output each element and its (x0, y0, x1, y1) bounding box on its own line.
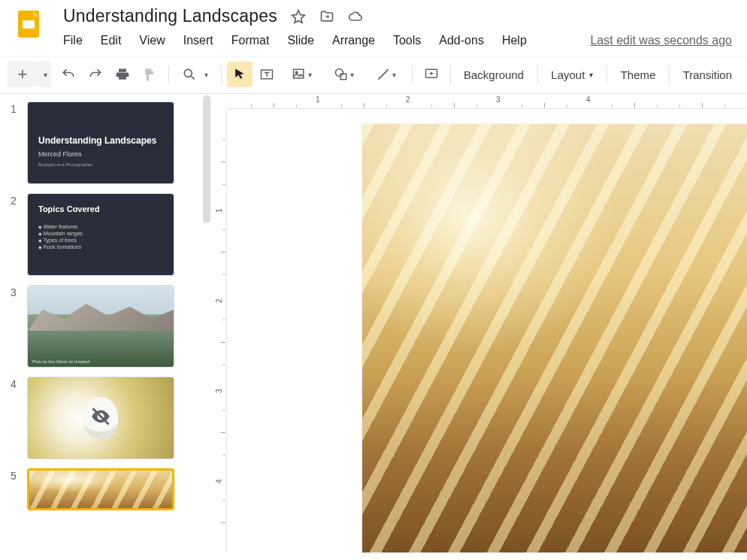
photo-attribution: Photo by Izzy Gibson on Unsplash (32, 359, 89, 364)
shape-tool[interactable]: ▾ (323, 62, 364, 87)
menu-edit[interactable]: Edit (101, 34, 122, 47)
select-tool[interactable] (227, 62, 253, 87)
paint-format-button[interactable] (137, 62, 162, 87)
svg-rect-4 (293, 69, 303, 78)
slide-canvas[interactable] (362, 124, 747, 552)
image-tool[interactable]: ▾ (281, 62, 322, 87)
redo-button[interactable] (83, 62, 108, 87)
thumb-number: 2 (11, 193, 27, 207)
menu-insert[interactable]: Insert (183, 34, 213, 47)
vertical-ruler[interactable]: 1 2 3 4 (212, 109, 227, 552)
layout-button[interactable]: Layout▾ (543, 62, 600, 87)
document-title[interactable]: Understanding Landscapes (63, 6, 277, 26)
forest-image[interactable] (362, 124, 747, 552)
slide-thumbnail-4[interactable] (27, 377, 174, 459)
thumbnail-scrollbar[interactable] (201, 94, 212, 552)
undo-button[interactable] (56, 62, 81, 87)
slide-thumbnail-5-selected[interactable] (27, 468, 174, 510)
line-tool[interactable]: ▾ (365, 62, 406, 87)
slide-thumbnail-3[interactable]: Photo by Izzy Gibson on Unsplash (27, 285, 174, 368)
theme-button[interactable]: Theme (613, 62, 664, 87)
thumb-number: 4 (11, 377, 27, 390)
slide-thumbnail-2[interactable]: Topics Covered Water features Mountain r… (27, 193, 174, 276)
menu-help[interactable]: Help (502, 34, 527, 47)
horizontal-ruler[interactable]: 1 2 3 4 (227, 94, 747, 109)
cloud-status-icon[interactable] (348, 9, 363, 24)
owl-photo (28, 377, 174, 459)
skipped-slide-icon (90, 406, 111, 430)
thumb-number: 5 (11, 468, 27, 482)
star-icon[interactable] (291, 9, 306, 24)
menu-bar: File Edit View Insert Format Slide Arran… (63, 34, 739, 47)
toolbar: + ▾ ▾ ▾ ▾ ▾ Background Layout▾ Theme Tra… (0, 56, 747, 94)
thumb-number: 3 (11, 285, 27, 298)
menu-arrange[interactable]: Arrange (332, 34, 375, 47)
transition-button[interactable]: Transition (676, 62, 739, 87)
menu-slide[interactable]: Slide (287, 34, 314, 47)
slide2-title: Topics Covered (38, 204, 100, 213)
svg-point-6 (335, 69, 343, 77)
print-button[interactable] (110, 62, 135, 87)
slide1-subtitle2: Biologist and Photographer (38, 162, 92, 167)
last-edit-link[interactable]: Last edit was seconds ago (590, 34, 732, 47)
background-button[interactable]: Background (456, 62, 531, 87)
comment-button[interactable] (419, 62, 444, 87)
slide-thumbnail-1[interactable]: Understanding Landscapes Merced Flores B… (27, 101, 174, 184)
slide1-subtitle: Merced Flores (38, 150, 82, 158)
menu-view[interactable]: View (139, 34, 165, 47)
slide1-title: Understanding Landscapes (38, 135, 156, 146)
menu-tools[interactable]: Tools (393, 34, 421, 47)
zoom-button[interactable]: ▾ (174, 62, 215, 87)
new-slide-button[interactable]: + (8, 62, 38, 87)
thumb-number: 1 (11, 101, 27, 115)
new-slide-dropdown[interactable]: ▾ (38, 62, 51, 87)
svg-point-2 (184, 69, 192, 77)
forest-photo (29, 471, 172, 508)
slide-panel: 1 Understanding Landscapes Merced Flores… (0, 94, 201, 552)
slides-logo[interactable] (12, 8, 45, 41)
move-folder-icon[interactable] (319, 9, 334, 24)
menu-file[interactable]: File (63, 34, 83, 47)
scrollbar-thumb[interactable] (203, 95, 210, 223)
textbox-tool[interactable] (254, 62, 280, 87)
slide2-bullets: Water features Mountain ranges Types of … (38, 224, 83, 251)
app-header: Understanding Landscapes File Edit View … (0, 0, 747, 47)
menu-format[interactable]: Format (231, 34, 270, 47)
mountain-photo (28, 286, 174, 367)
canvas-area: 1 2 3 4 1 2 3 4 (212, 94, 747, 552)
svg-rect-7 (340, 74, 346, 80)
menu-addons[interactable]: Add-ons (439, 34, 484, 47)
svg-rect-1 (23, 20, 35, 29)
